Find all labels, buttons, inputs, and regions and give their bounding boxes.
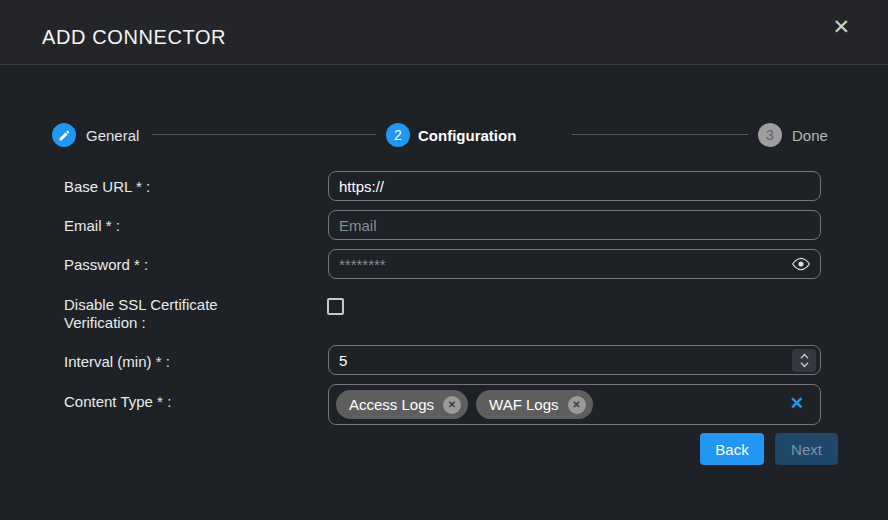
interval-number-spinner[interactable] (792, 349, 816, 372)
password-label: Password * : (64, 256, 148, 274)
ssl-label-line1: Disable SSL Certificate (64, 296, 218, 313)
pencil-icon (58, 129, 71, 142)
back-button[interactable]: Back (700, 433, 764, 465)
interval-input[interactable] (329, 346, 820, 374)
password-input[interactable] (329, 250, 820, 278)
ssl-label-line2: Verification : (64, 314, 146, 331)
chevron-up-down-icon (799, 352, 810, 369)
close-button[interactable]: ✕ (832, 16, 850, 37)
eye-icon (791, 259, 811, 274)
interval-label: Interval (min) * : (64, 353, 170, 371)
email-input[interactable] (329, 211, 820, 239)
step-done-number: 3 (766, 127, 774, 143)
email-field-box (328, 210, 821, 240)
tag-waf-logs: WAF Logs ✕ (476, 390, 592, 419)
interval-field-box (328, 345, 821, 375)
content-type-multiselect[interactable]: Access Logs ✕ WAF Logs ✕ ✕ (328, 384, 821, 425)
add-connector-modal: ADD CONNECTOR ✕ General 2 Configuration … (0, 0, 888, 520)
clear-all-icon[interactable]: ✕ (790, 395, 804, 412)
next-button[interactable]: Next (775, 433, 838, 465)
step-configuration-number: 2 (394, 127, 402, 143)
base-url-field-box (328, 171, 821, 201)
tag-label: WAF Logs (489, 396, 558, 413)
step-done-label: Done (792, 127, 828, 144)
base-url-label: Base URL * : (64, 178, 150, 196)
step-general-label: General (86, 127, 139, 144)
step-configuration-indicator[interactable]: 2 (386, 123, 410, 147)
stepper-connector-line (572, 134, 748, 135)
close-icon: ✕ (832, 15, 850, 38)
password-field-box (328, 249, 821, 279)
modal-title: ADD CONNECTOR (42, 26, 226, 49)
remove-tag-icon[interactable]: ✕ (568, 396, 586, 414)
tag-access-logs: Access Logs ✕ (336, 390, 468, 419)
step-general-indicator[interactable] (52, 123, 76, 147)
remove-tag-icon[interactable]: ✕ (443, 396, 461, 414)
toggle-password-visibility-button[interactable] (791, 257, 811, 271)
stepper-connector-line (152, 134, 376, 135)
ssl-verification-checkbox[interactable] (327, 298, 344, 315)
content-type-label: Content Type * : (64, 393, 171, 411)
base-url-input[interactable] (329, 172, 820, 200)
tag-label: Access Logs (349, 396, 434, 413)
step-configuration-label: Configuration (418, 127, 516, 144)
step-done-indicator: 3 (758, 123, 782, 147)
email-label: Email * : (64, 217, 120, 235)
ssl-verification-label: Disable SSL Certificate Verification : (64, 296, 218, 332)
modal-header: ADD CONNECTOR ✕ (0, 0, 888, 65)
